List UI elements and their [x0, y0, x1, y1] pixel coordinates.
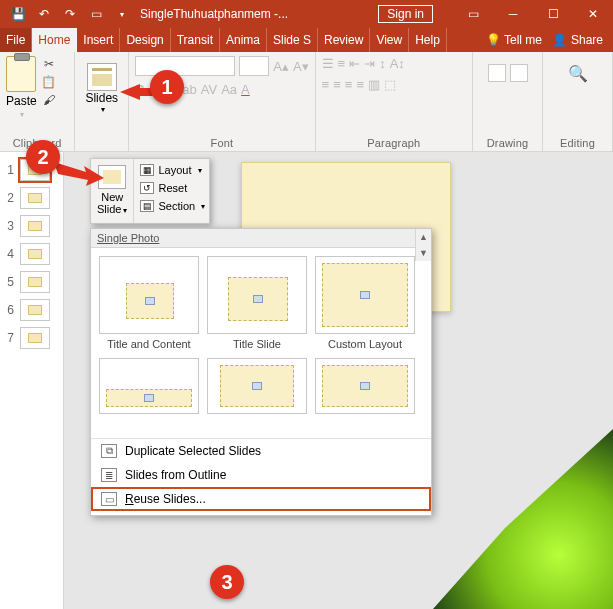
- duplicate-label: Duplicate Selected Slides: [125, 444, 261, 458]
- change-case-icon[interactable]: Aa: [221, 82, 237, 97]
- find-icon[interactable]: 🔍: [568, 64, 588, 83]
- drawing-group-label: Drawing: [479, 137, 536, 149]
- slide-icon: [87, 63, 117, 91]
- thumb-preview: [20, 243, 50, 265]
- copy-icon[interactable]: 📋: [41, 74, 57, 90]
- tab-design[interactable]: Design: [120, 28, 170, 52]
- thumb-preview: [20, 299, 50, 321]
- tab-transitions[interactable]: Transit: [171, 28, 220, 52]
- font-name-combo[interactable]: [135, 56, 235, 76]
- reuse-icon: ▭: [101, 492, 117, 506]
- new-slide-label: NewSlide▾: [97, 191, 127, 217]
- gallery-scrollbar: ▲ ▼: [415, 229, 431, 261]
- reset-icon: ↺: [140, 182, 154, 194]
- slides-split-button[interactable]: Slides ▾: [80, 58, 123, 119]
- decrease-font-icon[interactable]: A▾: [293, 59, 309, 74]
- increase-font-icon[interactable]: A▴: [273, 59, 289, 74]
- tell-me-button[interactable]: 💡 Tell me: [486, 33, 542, 47]
- thumb-6[interactable]: 6: [0, 296, 63, 324]
- cut-icon[interactable]: ✂: [41, 56, 57, 72]
- tab-review[interactable]: Review: [318, 28, 370, 52]
- sign-in-button[interactable]: Sign in: [378, 5, 433, 23]
- thumb-2[interactable]: 2: [0, 184, 63, 212]
- indent-dec-icon[interactable]: ⇤: [349, 56, 360, 71]
- layout-icon: ▦: [140, 164, 154, 176]
- slides-from-outline-item[interactable]: ≣ Slides from Outline: [91, 463, 431, 487]
- slide-thumbnail-panel: 1 2 3 4 5 6 7: [0, 152, 64, 609]
- layout-button[interactable]: ▦Layout▾: [136, 161, 209, 179]
- layout-custom-layout[interactable]: Custom Layout: [315, 256, 415, 352]
- smartart-icon[interactable]: ⬚: [384, 77, 396, 92]
- align-right-icon[interactable]: ≡: [345, 77, 353, 92]
- layout-title-and-content[interactable]: Title and Content: [99, 256, 199, 352]
- layout-option-6[interactable]: [315, 358, 415, 432]
- section-button[interactable]: ▤Section▾: [136, 197, 209, 215]
- editing-group-label: Editing: [549, 137, 606, 149]
- close-icon[interactable]: ✕: [573, 0, 613, 28]
- undo-icon[interactable]: ↶: [32, 2, 56, 26]
- layout-title-slide[interactable]: Title Slide: [207, 256, 307, 352]
- annotation-arrow-2: [54, 158, 104, 188]
- save-icon[interactable]: 💾: [6, 2, 30, 26]
- section-label: Section: [158, 200, 195, 212]
- line-spacing-icon[interactable]: ↕: [379, 56, 386, 71]
- indent-inc-icon[interactable]: ⇥: [364, 56, 375, 71]
- annotation-badge-3: 3: [210, 565, 244, 599]
- shadow-icon[interactable]: ab: [182, 82, 196, 97]
- reset-button[interactable]: ↺Reset: [136, 179, 209, 197]
- tab-file[interactable]: File: [0, 28, 32, 52]
- font-size-combo[interactable]: [239, 56, 269, 76]
- layout-option-5[interactable]: [207, 358, 307, 432]
- thumb-5[interactable]: 5: [0, 268, 63, 296]
- tab-help[interactable]: Help: [409, 28, 447, 52]
- thumb-7[interactable]: 7: [0, 324, 63, 352]
- align-left-icon[interactable]: ≡: [322, 77, 330, 92]
- scroll-down-icon[interactable]: ▼: [416, 245, 431, 261]
- tab-view[interactable]: View: [370, 28, 409, 52]
- columns-icon[interactable]: ▥: [368, 77, 380, 92]
- text-direction-icon[interactable]: A↕: [390, 56, 405, 71]
- svg-marker-1: [54, 162, 104, 186]
- scroll-up-icon[interactable]: ▲: [416, 229, 431, 245]
- duplicate-slides-item[interactable]: ⧉ Duplicate Selected Slides: [91, 439, 431, 463]
- tab-insert[interactable]: Insert: [77, 28, 120, 52]
- format-painter-icon[interactable]: 🖌: [41, 92, 57, 108]
- document-title: SingleThuhuatphanmem -...: [140, 7, 288, 21]
- tab-slideshow[interactable]: Slide S: [267, 28, 318, 52]
- paste-button[interactable]: Paste ▾: [6, 56, 37, 119]
- section-icon: ▤: [140, 200, 154, 212]
- align-center-icon[interactable]: ≡: [333, 77, 341, 92]
- minimize-icon[interactable]: ─: [493, 0, 533, 28]
- tab-animations[interactable]: Anima: [220, 28, 267, 52]
- ribbon-options-icon[interactable]: ▭: [453, 0, 493, 28]
- redo-icon[interactable]: ↷: [58, 2, 82, 26]
- annotation-badge-1: 1: [150, 70, 184, 104]
- reuse-slides-item[interactable]: ▭ Reuse Slides...: [91, 487, 431, 511]
- numbering-icon[interactable]: ≡: [338, 56, 346, 71]
- group-paragraph: ☰ ≡ ⇤ ⇥ ↕ A↕ ≡ ≡ ≡ ≡ ▥ ⬚ Paragraph: [316, 52, 473, 151]
- layout-option-4[interactable]: [99, 358, 199, 432]
- ribbon: Paste ▾ ✂ 📋 🖌 Clipboard Slides ▾: [0, 52, 613, 152]
- paragraph-group-label: Paragraph: [322, 137, 466, 149]
- thumb-4[interactable]: 4: [0, 240, 63, 268]
- start-from-beginning-icon[interactable]: ▭: [84, 2, 108, 26]
- bullets-icon[interactable]: ☰: [322, 56, 334, 71]
- share-button[interactable]: 👤 Share: [552, 33, 603, 47]
- arrange-icon[interactable]: [510, 64, 528, 82]
- qat-more-icon[interactable]: ▾: [110, 2, 134, 26]
- shapes-icon[interactable]: [488, 64, 506, 82]
- thumb-preview: [20, 215, 50, 237]
- char-spacing-icon[interactable]: AV: [201, 82, 217, 97]
- outline-icon: ≣: [101, 468, 117, 482]
- justify-icon[interactable]: ≡: [356, 77, 364, 92]
- thumb-preview: [20, 271, 50, 293]
- maximize-icon[interactable]: ☐: [533, 0, 573, 28]
- window-controls: ▭ ─ ☐ ✕: [453, 0, 613, 28]
- titlebar: 💾 ↶ ↷ ▭ ▾ SingleThuhuatphanmem -... Sign…: [0, 0, 613, 28]
- tab-home[interactable]: Home: [32, 28, 77, 52]
- duplicate-icon: ⧉: [101, 444, 117, 458]
- font-color-icon[interactable]: A: [241, 82, 250, 97]
- ribbon-tabs: File Home Insert Design Transit Anima Sl…: [0, 28, 613, 52]
- thumb-3[interactable]: 3: [0, 212, 63, 240]
- annotation-badge-2: 2: [26, 140, 60, 174]
